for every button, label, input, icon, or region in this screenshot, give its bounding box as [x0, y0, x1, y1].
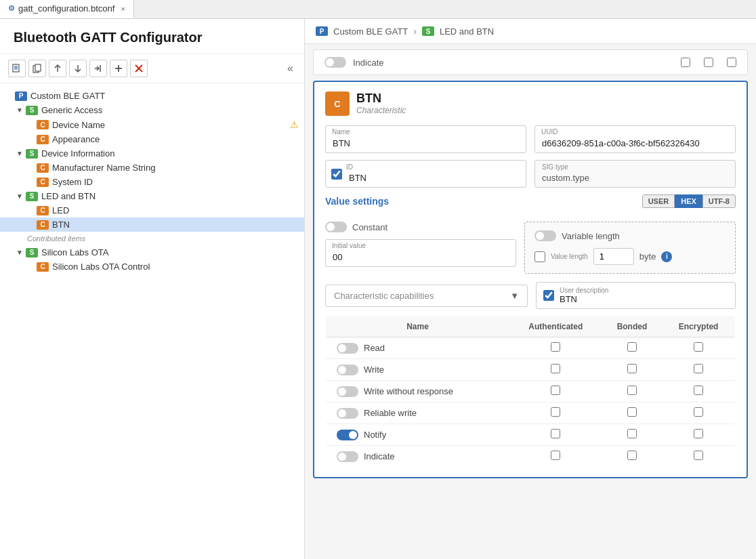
read-bonded-checkbox[interactable]: [627, 342, 637, 352]
reliable-write-toggle[interactable]: [337, 408, 358, 419]
value-length-input[interactable]: [593, 248, 634, 265]
value-length-info-icon[interactable]: i: [661, 251, 672, 262]
variable-length-toggle[interactable]: [534, 230, 556, 241]
notify-toggle[interactable]: [337, 430, 358, 440]
write-without-response-toggle[interactable]: [337, 386, 358, 397]
move-down-button[interactable]: [69, 60, 87, 77]
name-input[interactable]: [325, 125, 526, 153]
indicate-encrypted-checkbox[interactable]: [727, 58, 736, 67]
tree-item-btn[interactable]: C BTN: [0, 218, 304, 232]
value-length-label: Value length: [551, 253, 588, 260]
indicate-encrypted-checkbox[interactable]: [694, 451, 703, 460]
col-header-name: Name: [326, 316, 509, 337]
sig-type-value: custom.type: [542, 173, 589, 183]
tree-badge-p: P: [15, 91, 27, 101]
rw-encrypted-cell: [662, 402, 735, 424]
indicate-toggle[interactable]: [324, 57, 346, 68]
col-header-encrypted: Encrypted: [662, 316, 735, 337]
tree-item-led-btn[interactable]: ▼ S LED and BTN: [0, 189, 304, 203]
tree-item-silicon-labs-ota-control[interactable]: C Silicon Labs OTA Control: [0, 260, 304, 274]
user-description-checkbox[interactable]: [543, 290, 554, 301]
write-bonded-cell: [602, 359, 662, 381]
write-encrypted-cell: [662, 359, 735, 381]
tree-item-custom-ble-gatt[interactable]: P Custom BLE GATT: [0, 89, 304, 103]
tree-label: Silicon Labs OTA: [41, 247, 299, 257]
read-encrypted-checkbox[interactable]: [694, 342, 703, 352]
notify-bonded-checkbox[interactable]: [627, 429, 637, 438]
rw-bonded-cell: [602, 402, 662, 424]
delete-button[interactable]: [130, 60, 148, 77]
char-subtitle: Characteristic: [356, 106, 406, 115]
move-up-button[interactable]: [49, 60, 66, 77]
uuid-label: UUID: [541, 128, 558, 136]
sig-type-field-group: SIG type custom.type: [534, 160, 736, 188]
format-utf8-button[interactable]: UTF-8: [702, 194, 736, 208]
add-button[interactable]: [110, 60, 127, 77]
tree-item-led[interactable]: C LED: [0, 203, 304, 218]
notify-encrypted-checkbox[interactable]: [694, 429, 703, 438]
uuid-input[interactable]: [534, 125, 736, 153]
tab-close-button[interactable]: ×: [121, 5, 125, 13]
copy-button[interactable]: [28, 60, 46, 77]
detail-content: Indicate C BTN Characteristic: [305, 44, 756, 559]
read-authenticated-checkbox[interactable]: [551, 342, 560, 352]
tree-item-system-id[interactable]: C System ID: [0, 175, 304, 189]
tree-item-device-name[interactable]: C Device Name ⚠: [0, 117, 304, 132]
new-button[interactable]: [8, 60, 26, 77]
tree-badge-s: S: [26, 106, 38, 115]
capabilities-dropdown[interactable]: Characteristic capabilities ▼: [325, 285, 528, 307]
wwr-authenticated-checkbox[interactable]: [551, 386, 560, 395]
id-input[interactable]: [342, 161, 526, 187]
wwr-encrypted-checkbox[interactable]: [694, 386, 703, 395]
tree-label: BTN: [52, 220, 299, 230]
id-label: ID: [346, 163, 353, 171]
rw-bonded-checkbox[interactable]: [627, 407, 637, 417]
id-checkbox[interactable]: [331, 169, 342, 180]
indicate-authenticated-checkbox[interactable]: [551, 451, 560, 460]
tree-label: Custom BLE GATT: [30, 91, 299, 101]
id-field: ID: [325, 160, 526, 188]
user-description-label: User description: [560, 287, 608, 294]
rw-encrypted-checkbox[interactable]: [694, 407, 703, 417]
breadcrumb-sep: ›: [413, 26, 417, 37]
import-button[interactable]: [89, 60, 107, 77]
format-user-button[interactable]: USER: [642, 194, 675, 208]
tree-label: LED and BTN: [41, 191, 299, 201]
wwr-bonded-checkbox[interactable]: [627, 386, 637, 395]
tab-bar: ⚙ gatt_configuration.btconf ×: [0, 0, 756, 19]
tree-item-appearance[interactable]: C Appearance: [0, 132, 304, 146]
read-toggle[interactable]: [337, 343, 358, 354]
right-panel: P Custom BLE GATT › S LED and BTN Indica…: [305, 19, 756, 559]
tree-item-manufacturer-name[interactable]: C Manufacturer Name String: [0, 161, 304, 175]
tab-item[interactable]: ⚙ gatt_configuration.btconf ×: [0, 0, 134, 18]
indicate-authenticated-checkbox[interactable]: [681, 58, 690, 67]
rw-authenticated-checkbox[interactable]: [551, 407, 560, 417]
col-header-bonded: Bonded: [602, 316, 662, 337]
indicate-label: Indicate: [353, 58, 384, 68]
write-bonded-checkbox[interactable]: [627, 364, 637, 373]
constant-toggle[interactable]: [325, 222, 347, 232]
indicate-bonded-checkbox[interactable]: [704, 58, 713, 67]
write-authenticated-checkbox[interactable]: [551, 364, 560, 373]
tree-badge-c: C: [37, 262, 49, 272]
indicate-authenticated-cell: [509, 446, 602, 468]
tab-icon: ⚙: [8, 4, 15, 13]
value-settings-section: Value settings USER HEX UTF-8 Constant: [325, 194, 736, 274]
write-toggle[interactable]: [337, 365, 358, 375]
tree-item-device-information[interactable]: ▼ S Device Information: [0, 146, 304, 161]
collapse-button[interactable]: «: [285, 61, 296, 76]
indicate-cap-toggle[interactable]: [337, 451, 358, 462]
tree-label: Appearance: [52, 134, 299, 144]
notify-authenticated-checkbox[interactable]: [551, 429, 560, 438]
breadcrumb: P Custom BLE GATT › S LED and BTN: [305, 19, 756, 44]
indicate-bonded-checkbox[interactable]: [627, 451, 637, 460]
tree-label: Device Information: [41, 148, 299, 159]
write-encrypted-checkbox[interactable]: [694, 364, 703, 373]
capability-name: Reliable write: [326, 402, 509, 424]
value-length-checkbox[interactable]: [534, 251, 545, 262]
tree-item-generic-access[interactable]: ▼ S Generic Access: [0, 103, 304, 117]
format-hex-button[interactable]: HEX: [675, 194, 702, 208]
tree-item-silicon-labs-ota[interactable]: ▼ S Silicon Labs OTA: [0, 245, 304, 260]
char-name: BTN: [356, 91, 406, 106]
wwr-bonded-cell: [602, 381, 662, 402]
